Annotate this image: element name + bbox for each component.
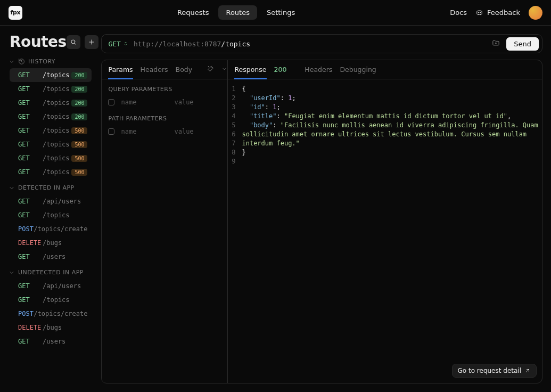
nav-requests[interactable]: Requests: [170, 5, 217, 20]
route-row[interactable]: POST/topics/create: [10, 222, 92, 236]
code-line: 6sollicitudin amet ornare ultrices sit l…: [228, 130, 542, 139]
group-head-undetected[interactable]: UNDETECTED IN APP: [9, 269, 92, 276]
line-number: 4: [228, 112, 242, 121]
go-to-detail-button[interactable]: Go to request detail: [452, 364, 537, 378]
avatar[interactable]: [529, 6, 542, 20]
param-value-input[interactable]: [173, 98, 221, 107]
route-method: GET: [18, 71, 43, 79]
path-params-head: PATH PARAMETERS: [102, 109, 227, 125]
code-line: 7interdum feug.": [228, 139, 542, 148]
path-param-row: [102, 125, 227, 138]
group-head-detected[interactable]: DETECTED IN APP: [9, 184, 92, 191]
param-enable-checkbox[interactable]: [108, 99, 114, 105]
wand-icon: [207, 66, 214, 72]
line-number: 1: [228, 85, 242, 94]
line-number: 8: [228, 148, 242, 157]
search-icon: [70, 38, 77, 46]
route-method: GET: [18, 282, 43, 290]
chevron-down-icon: [221, 66, 227, 72]
page-title: Routes: [10, 33, 67, 51]
discord-icon: [475, 9, 483, 17]
route-row[interactable]: POST/topics/create: [10, 307, 92, 321]
route-row[interactable]: GET/topics200: [10, 82, 92, 96]
main-nav: Requests Routes Settings: [31, 5, 441, 20]
add-route-button[interactable]: [85, 35, 98, 49]
query-params-head: QUERY PARAMETERS: [102, 79, 227, 96]
route-row[interactable]: DELETE/bugs: [10, 321, 92, 334]
route-row[interactable]: GET/users: [10, 250, 92, 264]
route-path: /topics/create: [34, 310, 87, 317]
route-row[interactable]: GET/topics500: [10, 124, 92, 137]
group-label: HISTORY: [28, 58, 55, 65]
feedback-link[interactable]: Feedback: [475, 9, 520, 17]
route-method: GET: [18, 338, 43, 345]
param-name-input[interactable]: [120, 127, 168, 136]
route-row[interactable]: GET/topics200: [10, 68, 92, 82]
send-button[interactable]: Send: [506, 37, 539, 51]
param-value-input[interactable]: [173, 127, 221, 136]
code-line: 2 "userId": 1;: [228, 94, 542, 103]
tab-debugging[interactable]: Debugging: [340, 61, 376, 78]
tab-headers[interactable]: Headers: [141, 61, 168, 78]
route-row[interactable]: GET/users: [10, 334, 92, 348]
history-icon: [18, 58, 25, 65]
chevron-down-icon: [9, 270, 15, 276]
route-path: /topics: [43, 99, 71, 107]
route-method: GET: [18, 99, 43, 107]
response-body[interactable]: 1{2 "userId": 1;3 "id": 1;4 "title": "Fe…: [228, 79, 542, 383]
go-to-detail-label: Go to request detail: [458, 367, 521, 374]
nav-routes[interactable]: Routes: [218, 5, 257, 20]
route-row[interactable]: GET/api/users: [10, 194, 92, 208]
route-row[interactable]: GET/topics200: [10, 96, 92, 110]
response-panel: Response 200 Headers Debugging 1{2 "user…: [228, 60, 542, 383]
status-badge: 200: [71, 100, 87, 107]
url-input[interactable]: http://localhost:8787/topics: [134, 40, 487, 48]
code-line: 9: [228, 157, 542, 166]
nav-settings[interactable]: Settings: [259, 5, 302, 20]
param-name-input[interactable]: [120, 98, 168, 107]
url-path: /topics: [221, 40, 250, 48]
status-badge: 200: [71, 113, 87, 120]
tab-response[interactable]: Response: [234, 61, 266, 79]
line-number: 7: [228, 139, 242, 148]
search-button[interactable]: [67, 35, 80, 49]
code-line: 1{: [228, 85, 542, 94]
route-row[interactable]: GET/topics200: [10, 110, 92, 124]
chevron-sort-icon: [123, 40, 128, 47]
method-select[interactable]: GET: [108, 40, 128, 48]
line-number: 9: [228, 157, 242, 166]
route-method: GET: [18, 127, 43, 134]
feedback-label: Feedback: [487, 9, 520, 17]
status-badge: 500: [71, 155, 87, 162]
route-row[interactable]: GET/topics500: [10, 137, 92, 151]
response-status: 200: [274, 66, 287, 74]
route-row[interactable]: GET/topics500: [10, 165, 92, 179]
url-host: http://localhost:8787: [134, 40, 221, 48]
route-method: GET: [18, 168, 43, 176]
route-row[interactable]: GET/api/users: [10, 279, 92, 293]
route-path: /topics: [43, 127, 71, 134]
method-label: GET: [108, 40, 120, 48]
line-number: 3: [228, 103, 242, 112]
brand-logo[interactable]: fpx: [9, 6, 22, 20]
query-param-row: [102, 96, 227, 109]
route-row[interactable]: GET/topics: [10, 208, 92, 222]
group-head-history[interactable]: HISTORY: [9, 58, 92, 65]
status-badge: 500: [71, 169, 87, 176]
folder-plus-icon: [492, 39, 500, 47]
docs-link[interactable]: Docs: [450, 9, 467, 17]
route-path: /api/users: [43, 282, 87, 290]
tab-params[interactable]: Params: [108, 61, 133, 79]
magic-button[interactable]: [207, 66, 214, 74]
tab-response-headers[interactable]: Headers: [305, 61, 332, 78]
expand-button[interactable]: [221, 66, 227, 74]
tab-body[interactable]: Body: [176, 61, 193, 78]
save-request-button[interactable]: [492, 39, 500, 48]
route-path: /users: [43, 253, 87, 260]
param-enable-checkbox[interactable]: [108, 128, 114, 135]
route-row[interactable]: GET/topics: [10, 293, 92, 307]
topbar: fpx Requests Routes Settings Docs Feedba…: [0, 0, 551, 26]
route-path: /bugs: [43, 239, 87, 247]
route-row[interactable]: GET/topics500: [10, 151, 92, 165]
route-row[interactable]: DELETE/bugs: [10, 236, 92, 250]
